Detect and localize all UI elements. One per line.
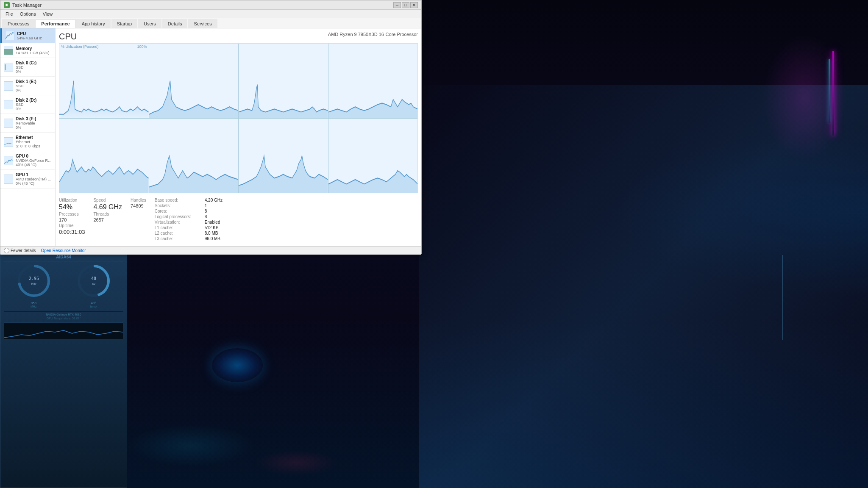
chart-cell-2: [239, 44, 328, 118]
memory-sidebar-info: Memory 14.1/31.1 GB (45%): [16, 46, 52, 55]
svg-rect-10: [4, 49, 13, 55]
handles-value: 74809: [131, 203, 146, 208]
svg-rect-14: [4, 100, 13, 109]
tab-startup[interactable]: Startup: [111, 19, 137, 28]
gpu0-sidebar-sub: NVIDIA GeForce RTX ...40% (48 °C): [16, 158, 52, 167]
stats-speed-group: Speed 4.69 GHz Threads 2657: [93, 198, 122, 241]
cpu-header: CPU AMD Ryzen 9 7950X3D 16-Core Processo…: [59, 32, 418, 42]
tab-processes[interactable]: Processes: [2, 19, 35, 28]
gpu1-sidebar-info: GPU 1 AMD Radeon(TM) Gra...0% (45 °C): [16, 172, 52, 186]
l3-label: L3 cache:: [155, 236, 201, 241]
maximize-button[interactable]: □: [402, 2, 409, 8]
l2-label: L2 cache:: [155, 231, 201, 236]
chart-cell-3: [328, 44, 418, 118]
footer: Fewer details Open Resource Monitor: [0, 246, 421, 255]
threads-value: 2657: [93, 217, 122, 222]
tab-bar: Processes Performance App history Startu…: [0, 18, 421, 28]
menu-bar: File Options View: [0, 10, 421, 18]
tab-app-history[interactable]: App history: [76, 19, 111, 28]
sidebar-item-disk0[interactable]: Disk 0 (C:) SSD0%: [0, 58, 55, 77]
l1-val: 512 KB: [205, 225, 219, 230]
fewer-details-radio[interactable]: Fewer details: [4, 248, 36, 253]
sockets-label: Sockets:: [155, 203, 201, 208]
processes-label: Processes: [59, 212, 85, 216]
handles-label: Handles: [131, 198, 146, 202]
sidebar-item-memory[interactable]: Memory 14.1/31.1 GB (45%): [0, 43, 55, 58]
svg-rect-12: [5, 64, 6, 70]
sidebar-item-disk2[interactable]: Disk 2 (D:) SSD0%: [0, 95, 55, 114]
chart-cell-4: [59, 119, 149, 193]
processes-value: 170: [59, 217, 85, 222]
sidebar-item-cpu[interactable]: CPU 54% 4.69 GHz: [0, 28, 55, 43]
tab-details[interactable]: Details: [162, 19, 188, 28]
tab-performance[interactable]: Performance: [36, 19, 75, 28]
ethernet-sidebar-info: Ethernet EthernetS: 0 R: 0 Kbps: [16, 135, 52, 148]
sidebar-item-gpu0[interactable]: GPU 0 NVIDIA GeForce RTX ...40% (48 °C): [0, 151, 55, 170]
virt-row: Virtualization: Enabled: [155, 220, 239, 225]
menu-options[interactable]: Options: [17, 11, 39, 17]
l2-val: 8.0 MB: [205, 231, 218, 236]
cpu-model: AMD Ryzen 9 7950X3D 16-Core Processor: [328, 32, 418, 37]
disk1-mini-chart: [4, 81, 13, 91]
window-title: Task Manager: [12, 3, 393, 8]
l3-row: L3 cache: 96.0 MB: [155, 236, 239, 241]
fewer-details-input[interactable]: [4, 248, 9, 253]
close-button[interactable]: ✕: [410, 2, 418, 8]
svg-rect-18: [4, 175, 13, 184]
gpu0-sidebar-name: GPU 0: [16, 154, 52, 158]
sidebar-item-gpu1[interactable]: GPU 1 AMD Radeon(TM) Gra...0% (45 °C): [0, 170, 55, 189]
speed-value: 4.69 GHz: [93, 203, 122, 211]
sidebar-item-disk3[interactable]: Disk 3 (F:) Removable0%: [0, 114, 55, 133]
menu-file[interactable]: File: [2, 11, 17, 17]
chart-cell-1: [149, 44, 239, 118]
gpu1-mini-chart: [4, 175, 13, 184]
logical-row: Logical processors: 8: [155, 214, 239, 219]
disk1-sidebar-sub: SSD0%: [16, 84, 52, 92]
cores-val: 8: [205, 209, 207, 214]
svg-text:2.95: 2.95: [28, 276, 39, 281]
chart-cell-6: [239, 119, 328, 193]
svg-text:mV: mV: [92, 283, 95, 286]
sockets-val: 1: [205, 203, 207, 208]
speed-label: Speed: [93, 198, 122, 202]
utilization-label: Utilization: [59, 198, 85, 202]
memory-sidebar-sub: 14.1/31.1 GB (45%): [16, 51, 52, 55]
svg-marker-23: [59, 159, 149, 193]
logical-label: Logical processors:: [155, 214, 201, 219]
tab-services[interactable]: Services: [188, 19, 217, 28]
disk3-mini-chart: [4, 119, 13, 128]
stats-details-group: Base speed: 4.20 GHz Sockets: 1 Cores: 8…: [155, 198, 239, 241]
content-area: CPU AMD Ryzen 9 7950X3D 16-Core Processo…: [56, 28, 421, 246]
utilization-value: 54%: [59, 203, 85, 211]
fewer-details-label: Fewer details: [11, 248, 36, 253]
chart-cell-7: [328, 119, 418, 193]
tab-users[interactable]: Users: [138, 19, 161, 28]
gpu0-sidebar-info: GPU 0 NVIDIA GeForce RTX ...40% (48 °C): [16, 154, 52, 167]
base-speed-label: Base speed:: [155, 198, 201, 202]
l1-row: L1 cache: 512 KB: [155, 225, 239, 230]
sidebar-item-ethernet[interactable]: Ethernet EthernetS: 0 R: 0 Kbps: [0, 133, 55, 151]
disk0-sidebar-name: Disk 0 (C:): [16, 61, 52, 65]
minimize-button[interactable]: ─: [393, 2, 401, 8]
cpu-sidebar-info: CPU 54% 4.69 GHz: [17, 31, 52, 40]
logical-val: 8: [205, 214, 207, 219]
l1-label: L1 cache:: [155, 225, 201, 230]
memory-mini-chart: [4, 46, 13, 55]
cores-label: Cores:: [155, 209, 201, 214]
base-speed-val: 4.20 GHz: [205, 198, 223, 202]
cores-row: Cores: 8: [155, 209, 239, 214]
disk1-sidebar-info: Disk 1 (E:) SSD0%: [16, 79, 52, 92]
svg-text:48: 48: [91, 276, 96, 281]
memory-sidebar-name: Memory: [16, 46, 52, 51]
gpu0-mini-chart: [4, 156, 13, 165]
disk3-sidebar-info: Disk 3 (F:) Removable0%: [16, 116, 52, 130]
disk2-sidebar-name: Disk 2 (D:): [16, 98, 52, 103]
disk0-sidebar-sub: SSD0%: [16, 65, 52, 74]
window-controls[interactable]: ─ □ ✕: [393, 2, 418, 8]
disk0-mini-chart: [4, 63, 13, 72]
ethernet-sidebar-sub: EthernetS: 0 R: 0 Kbps: [16, 140, 52, 148]
menu-view[interactable]: View: [39, 11, 56, 17]
sidebar-item-disk1[interactable]: Disk 1 (E:) SSD0%: [0, 77, 55, 95]
app-icon: ▣: [4, 2, 10, 8]
open-resource-monitor-link[interactable]: Open Resource Monitor: [41, 248, 86, 253]
